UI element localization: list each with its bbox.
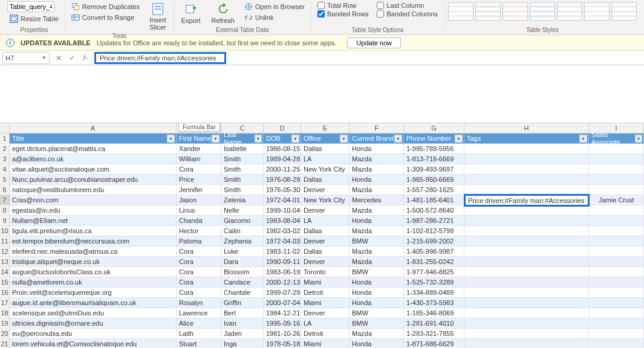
row-header[interactable]: 6 [0, 185, 10, 195]
table-cell[interactable]: New York City [301, 195, 350, 205]
table-style-swatch[interactable] [557, 2, 582, 21]
row-header[interactable]: 7 [0, 195, 10, 205]
table-cell[interactable]: Cora [177, 277, 221, 288]
table-cell[interactable] [464, 277, 589, 288]
table-cell[interactable]: Isabelle [221, 144, 264, 154]
row-header[interactable]: 1 [0, 134, 10, 144]
table-cell[interactable]: ultricies.dignissim@ornare.edu [10, 318, 177, 329]
table-style-swatch[interactable] [584, 2, 610, 21]
row-header[interactable]: 5 [0, 175, 10, 185]
table-cell[interactable] [464, 164, 589, 175]
table-cell[interactable]: Jaden [221, 329, 264, 339]
table-cell[interactable] [464, 236, 589, 246]
table-cell[interactable]: egestas@in.edu [10, 205, 177, 216]
table-cell[interactable]: BMW [350, 318, 404, 329]
table-cell[interactable]: Nelle [221, 205, 264, 216]
table-cell[interactable] [589, 318, 644, 329]
table-style-swatch[interactable] [503, 2, 528, 21]
export-button[interactable]: Export [178, 1, 204, 25]
table-cell[interactable]: Denver [301, 185, 350, 195]
table-header-cell[interactable]: Phone Number▼ [404, 134, 464, 144]
row-header[interactable]: 17 [0, 298, 10, 308]
table-cell[interactable]: Dallas [301, 246, 350, 257]
table-cell[interactable] [589, 246, 644, 257]
table-cell[interactable] [464, 195, 589, 205]
table-cell[interactable]: Ivan [221, 318, 264, 329]
table-cell[interactable]: 1995-09-16 [264, 318, 301, 329]
column-header[interactable]: H [464, 123, 589, 134]
convert-to-range-button[interactable]: Convert to Range [69, 12, 142, 23]
table-cell[interactable]: LA [301, 154, 350, 164]
table-style-swatch[interactable] [611, 2, 637, 21]
table-cell[interactable] [464, 205, 589, 216]
table-cell[interactable] [589, 329, 644, 339]
table-cell[interactable]: Honda [350, 216, 404, 226]
table-cell[interactable]: 1-185-346-8069 [404, 308, 464, 318]
table-cell[interactable]: 1-102-812-5798 [404, 226, 464, 236]
refresh-button[interactable]: Refresh [207, 1, 238, 25]
table-cell[interactable]: 1999-07-29 [264, 288, 301, 298]
insert-slicer-button[interactable]: Insert Slicer [146, 1, 170, 32]
table-cell[interactable] [464, 144, 589, 154]
table-header-cell[interactable]: Tags▼ [464, 134, 589, 144]
table-cell[interactable]: 1984-12-21 [264, 308, 301, 318]
table-cell[interactable] [464, 257, 589, 267]
table-cell[interactable]: 1-481-185-6401 [404, 195, 464, 205]
table-header-cell[interactable]: Current Brand▼ [350, 134, 404, 144]
table-cell[interactable]: ligula.elit.pretium@risus.ca [10, 226, 177, 236]
column-header[interactable]: A [10, 123, 177, 134]
table-cell[interactable] [589, 164, 644, 175]
row-header[interactable]: 4 [0, 164, 10, 175]
table-cell[interactable]: vitae.aliquet@sociisnatoque.com [10, 164, 177, 175]
table-style-swatch[interactable] [448, 2, 473, 21]
table-cell[interactable]: 1-215-699-2002 [404, 236, 464, 246]
table-cell[interactable] [464, 288, 589, 298]
table-cell[interactable]: 1972-04-03 [264, 236, 301, 246]
table-cell[interactable]: Honda [350, 144, 404, 154]
table-cell[interactable]: 1-283-321-7855 [404, 329, 464, 339]
table-cell[interactable]: Dara [221, 257, 264, 267]
table-cell[interactable]: Cora [177, 246, 221, 257]
filter-dropdown-icon[interactable]: ▼ [394, 135, 402, 143]
table-cell[interactable]: Luke [221, 246, 264, 257]
table-cell[interactable]: BMW [350, 308, 404, 318]
table-cell[interactable]: Miami [301, 298, 350, 308]
table-cell[interactable]: 1-525-732-3289 [404, 277, 464, 288]
table-cell[interactable] [589, 288, 644, 298]
table-cell[interactable]: Dallas [301, 226, 350, 236]
table-cell[interactable]: eget.dictum.placerat@mattis.ca [10, 144, 177, 154]
table-cell[interactable]: 1-965-950-6669 [404, 175, 464, 185]
resize-table-button[interactable]: Resize Table [7, 13, 61, 24]
table-cell[interactable]: LA [301, 216, 350, 226]
table-cell[interactable]: Chanda [177, 216, 221, 226]
table-cell[interactable] [464, 175, 589, 185]
row-header[interactable]: 20 [0, 329, 10, 339]
table-style-swatch[interactable] [530, 2, 555, 21]
table-name-input[interactable] [7, 1, 54, 12]
table-cell[interactable]: Jennifer [177, 185, 221, 195]
filter-dropdown-icon[interactable]: ▼ [167, 135, 175, 143]
table-cell[interactable]: Denver [301, 236, 350, 246]
table-cell[interactable]: 1988-08-15 [264, 144, 301, 154]
select-all-corner[interactable] [0, 123, 10, 134]
table-cell[interactable]: Rosalyn [177, 298, 221, 308]
column-header[interactable]: G [404, 123, 464, 134]
table-cell[interactable]: Smith [221, 164, 264, 175]
table-cell[interactable]: William [177, 154, 221, 164]
table-cell[interactable]: Bert [221, 308, 264, 318]
table-cell[interactable]: Miami [301, 339, 350, 348]
table-cell[interactable] [464, 308, 589, 318]
row-header[interactable]: 2 [0, 144, 10, 154]
row-header[interactable]: 13 [0, 257, 10, 267]
banded-columns-checkbox[interactable]: Banded Columns [374, 10, 440, 18]
table-cell[interactable]: 1989-04-28 [264, 154, 301, 164]
table-cell[interactable]: Hector [177, 226, 221, 236]
table-cell[interactable]: Zelenia [221, 195, 264, 205]
row-header[interactable]: 19 [0, 318, 10, 329]
row-header[interactable]: 18 [0, 308, 10, 318]
table-cell[interactable]: Dallas [301, 144, 350, 154]
table-cell[interactable]: Detroit [301, 329, 350, 339]
unlink-button[interactable]: Unlink [242, 12, 307, 23]
table-cell[interactable]: Zephania [221, 236, 264, 246]
table-cell[interactable]: Mazda [350, 257, 404, 267]
